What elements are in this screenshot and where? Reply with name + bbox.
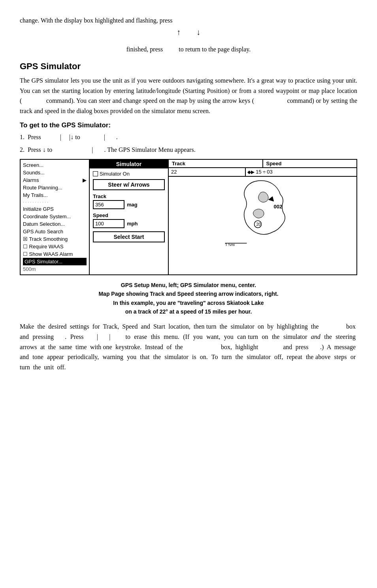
left-panel: Screen... Sounds... Alarms ▶ Route Plann… xyxy=(21,160,90,274)
menu-item-route: Route Planning... xyxy=(23,184,87,191)
menu-item-init: Initialize GPS xyxy=(23,205,87,213)
caption-line2: Map Page showing Track and Speed steerin… xyxy=(20,289,357,298)
step2: 2. Press ↓ to | . The GPS Simulator Menu… xyxy=(20,144,357,155)
map-area: 002 20 1.5mi xyxy=(169,177,356,246)
caption-line3: In this example, you are "traveling" acr… xyxy=(20,299,357,307)
menu-item-datum: Datum Selection... xyxy=(23,220,87,228)
track-input: 356 xyxy=(93,200,124,209)
speed-value-box: ◆▶ 15 ÷ 03 xyxy=(246,168,356,176)
arrows-row: ↑ ↓ xyxy=(20,28,357,37)
svg-text:20: 20 xyxy=(256,222,261,227)
center-header: Simulator xyxy=(90,160,168,168)
finished-text: finished, press xyxy=(126,46,163,53)
steps: 1. Press | |↓ to | . 2. Press ↓ to | . T… xyxy=(20,132,357,155)
menu-item-track-smooth: ☒ Track Smoothing xyxy=(23,235,87,243)
speed-unit: mph xyxy=(127,221,138,227)
menu-item-sounds: Sounds... xyxy=(23,169,87,176)
caption-line1: GPS Setup Menu, left; GPS Simulator menu… xyxy=(20,281,357,289)
down-arrow: ↓ xyxy=(196,28,200,37)
menu-item-coord: Coordinate System... xyxy=(23,213,87,220)
sim-on-label: Simulator On xyxy=(100,171,130,177)
speed-divider: ÷ xyxy=(263,169,266,175)
track-value-box: 22 xyxy=(169,168,246,176)
menu-item-screen: Screen... xyxy=(23,161,87,169)
subheading: To get to the GPS Simulator: xyxy=(20,121,357,129)
up-arrow: ↑ xyxy=(177,28,181,37)
speed-input: 100 xyxy=(93,219,124,228)
finished-line: finished, press to return to the page di… xyxy=(20,45,357,54)
menu-item-waas: ☐ Require WAAS xyxy=(23,243,87,250)
caption-line4: on a track of 22° at a speed of 15 miles… xyxy=(20,307,357,316)
right-panel: Track Speed 22 ◆▶ 15 ÷ 03 xyxy=(169,160,356,274)
menu-bottom-label: 500m xyxy=(23,265,87,273)
right-header-speed: Speed xyxy=(263,160,357,167)
svg-text:002: 002 xyxy=(274,204,283,210)
caption: GPS Setup Menu, left; GPS Simulator menu… xyxy=(20,281,357,316)
menu-item-blank: · · · · · · · · · · · xyxy=(23,199,87,205)
track-row: 356 mag xyxy=(93,200,165,209)
speed-label: Speed xyxy=(93,212,165,218)
right-header: Track Speed xyxy=(169,160,356,168)
menu-item-alarms: Alarms ▶ xyxy=(23,176,87,184)
track-label: Track xyxy=(93,193,165,199)
svg-text:1.5mi: 1.5mi xyxy=(225,243,235,246)
track-number: 22 xyxy=(171,169,177,175)
menu-item-gps-sim: GPS Simulator... xyxy=(23,258,87,265)
center-body: Simulator On Steer w/ Arrows Track 356 m… xyxy=(90,168,168,245)
select-start-btn[interactable]: Select Start xyxy=(93,231,165,242)
section-body: The GPS simulator lets you use the unit … xyxy=(20,76,357,116)
speed-number: 15 xyxy=(256,169,261,175)
center-panel: Simulator Simulator On Steer w/ Arrows T… xyxy=(90,160,169,274)
menu-item-auto: GPS Auto Search xyxy=(23,228,87,235)
right-header-track: Track xyxy=(169,160,263,167)
svg-marker-0 xyxy=(269,197,274,201)
menu-item-waas-alarm: ☐ Show WAAS Alarm xyxy=(23,250,87,258)
alarms-arrow: ▶ xyxy=(83,177,87,183)
intro-line: change. With the display box highlighted… xyxy=(20,16,357,25)
diagram: Screen... Sounds... Alarms ▶ Route Plann… xyxy=(20,159,357,275)
speed-arrow-icon: ◆▶ xyxy=(247,169,254,175)
finished-rest: to return to the page display. xyxy=(179,46,251,53)
steer-btn: Steer w/ Arrows xyxy=(93,179,165,190)
speed-row: 100 mph xyxy=(93,219,165,228)
bottom-para: Make the desired settings for Track, Spe… xyxy=(20,321,357,372)
sim-on-checkbox xyxy=(93,171,98,176)
speed-adj-val: 03 xyxy=(267,169,272,175)
track-unit: mag xyxy=(127,202,138,208)
track-speed-values: 22 ◆▶ 15 ÷ 03 xyxy=(169,168,356,177)
section-title: GPS Simulator xyxy=(20,61,357,72)
step1: 1. Press | |↓ to | . xyxy=(20,132,357,142)
menu-item-trails: My Trails... xyxy=(23,191,87,199)
sim-on-row: Simulator On xyxy=(93,171,165,177)
map-svg: 002 20 1.5mi xyxy=(169,177,356,246)
